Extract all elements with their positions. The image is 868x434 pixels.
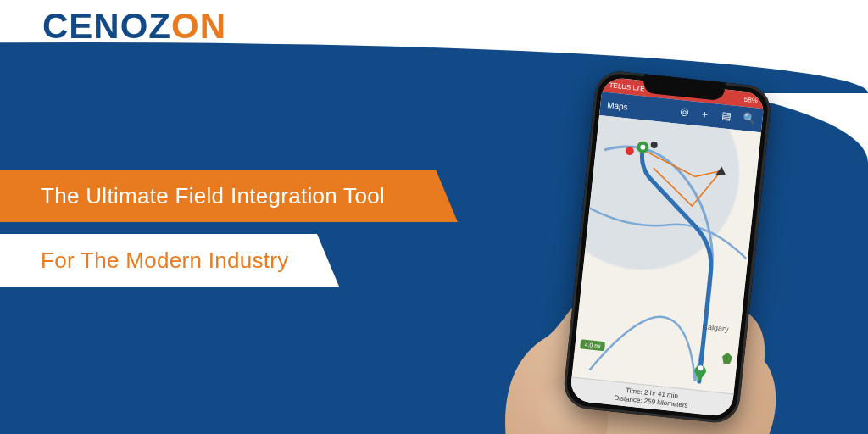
plus-icon[interactable]: ＋	[699, 107, 711, 122]
phone-screen: TELUS LTE 3:59 PM 58% Maps ◎ ＋ ▤ 🔍	[570, 76, 765, 417]
status-battery: 58%	[743, 95, 758, 104]
search-icon[interactable]: 🔍	[743, 111, 757, 126]
map-view[interactable]: 4.0 mi Calgary	[572, 115, 761, 393]
target-icon[interactable]: ◎	[679, 105, 689, 120]
headline-secondary: For The Modern Industry	[0, 234, 339, 287]
promo-banner: CENOZON Field Integration & Navigation D…	[0, 0, 868, 434]
nav-back-label[interactable]: Maps	[607, 100, 628, 111]
headline-secondary-text: For The Modern Industry	[41, 248, 289, 274]
trip-distance-value: 259 kilometers	[643, 397, 688, 409]
brand-name-part2: ON	[171, 6, 226, 46]
brand-wordmark: CENOZON	[42, 8, 227, 44]
headline-primary-text: The Ultimate Field Integration Tool	[41, 183, 385, 209]
status-carrier: TELUS LTE	[609, 81, 645, 92]
svg-point-3	[650, 142, 658, 149]
hand-holding-phone: TELUS LTE 3:59 PM 58% Maps ◎ ＋ ▤ 🔍	[458, 35, 854, 434]
phone-device: TELUS LTE 3:59 PM 58% Maps ◎ ＋ ▤ 🔍	[562, 70, 773, 426]
brand-name-part1: CENOZ	[42, 6, 171, 46]
headline-primary: The Ultimate Field Integration Tool	[0, 170, 458, 222]
stack-icon[interactable]: ▤	[721, 109, 732, 125]
map-svg	[572, 115, 761, 393]
